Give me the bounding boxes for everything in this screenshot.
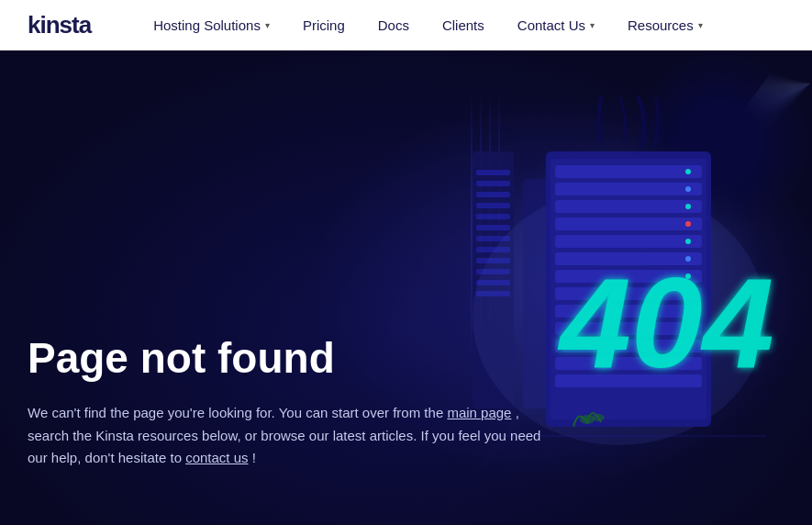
contact-us-link[interactable]: contact us [185, 450, 248, 465]
svg-rect-19 [555, 200, 702, 213]
chevron-down-icon: ▾ [590, 20, 595, 30]
svg-rect-5 [476, 203, 510, 208]
page-title: Page not found [28, 335, 551, 382]
main-nav: Hosting Solutions ▾ Pricing Docs Clients… [137, 0, 784, 50]
navbar: kinsta Hosting Solutions ▾ Pricing Docs … [0, 0, 812, 50]
nav-item-clients[interactable]: Clients [426, 0, 501, 50]
svg-rect-20 [555, 218, 702, 230]
svg-text:404: 404 [557, 251, 774, 395]
svg-rect-3 [476, 181, 510, 186]
hero-description: We can't find the page you're looking fo… [28, 402, 551, 470]
main-page-link[interactable]: main page [447, 405, 511, 420]
svg-point-39 [592, 414, 605, 421]
svg-rect-6 [476, 214, 510, 219]
svg-point-30 [685, 169, 691, 174]
hero-section: 404 Page not found We can't find the pag… [0, 50, 812, 525]
svg-rect-21 [555, 235, 702, 248]
nav-item-contact-us[interactable]: Contact Us ▾ [501, 0, 611, 50]
logo-text: kinsta [28, 11, 91, 39]
svg-rect-7 [476, 225, 510, 230]
svg-point-34 [685, 239, 691, 244]
svg-point-31 [685, 186, 691, 192]
chevron-down-icon: ▾ [698, 20, 703, 30]
chevron-down-icon: ▾ [265, 20, 270, 30]
svg-rect-18 [555, 183, 702, 195]
svg-rect-2 [476, 170, 510, 175]
svg-rect-17 [555, 165, 702, 178]
nav-item-docs[interactable]: Docs [362, 0, 426, 50]
svg-rect-4 [476, 192, 510, 197]
logo[interactable]: kinsta [28, 11, 91, 39]
nav-item-resources[interactable]: Resources ▾ [611, 0, 719, 50]
svg-point-32 [685, 204, 691, 209]
hero-content: Page not found We can't find the page yo… [28, 335, 551, 470]
svg-point-33 [685, 221, 691, 227]
nav-item-hosting-solutions[interactable]: Hosting Solutions ▾ [137, 0, 286, 50]
nav-item-pricing[interactable]: Pricing [286, 0, 362, 50]
